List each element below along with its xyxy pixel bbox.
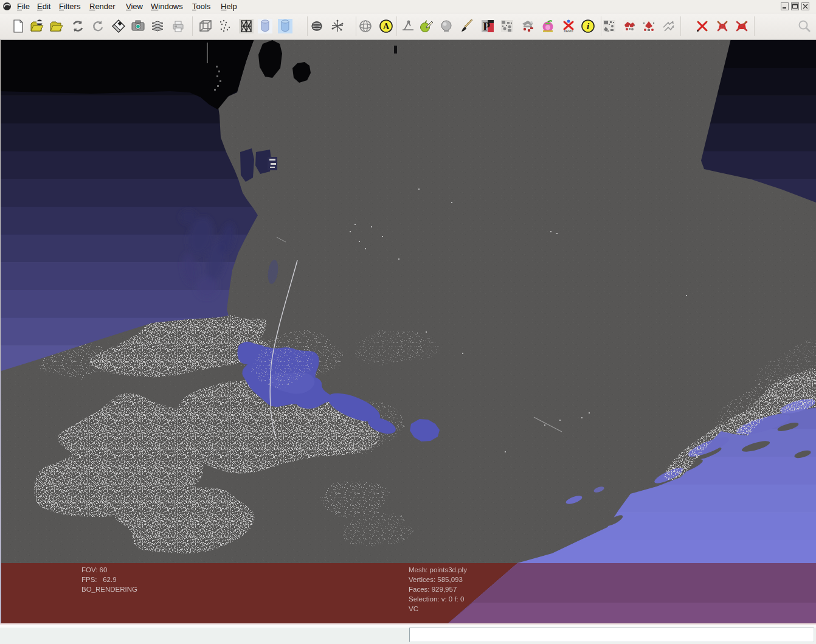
svg-text:Selection: v: 0 f: 0: Selection: v: 0 f: 0	[409, 595, 464, 603]
svg-text:Faces: 929,957: Faces: 929,957	[409, 586, 457, 593]
svg-text:BO_RENDERING: BO_RENDERING	[81, 586, 137, 593]
svg-text:FOV: 60: FOV: 60	[81, 566, 107, 573]
svg-text:VC: VC	[409, 605, 418, 612]
svg-text:A: A	[383, 22, 390, 31]
svg-text:P: P	[483, 20, 490, 33]
svg-text:FPS: 62.9: FPS: 62.9	[81, 576, 117, 583]
svg-text:Vertices: 585,093: Vertices: 585,093	[409, 576, 463, 583]
svg-text:Mesh: points3d.ply: Mesh: points3d.ply	[409, 566, 467, 573]
svg-text:DEMO: DEMO	[564, 29, 573, 33]
